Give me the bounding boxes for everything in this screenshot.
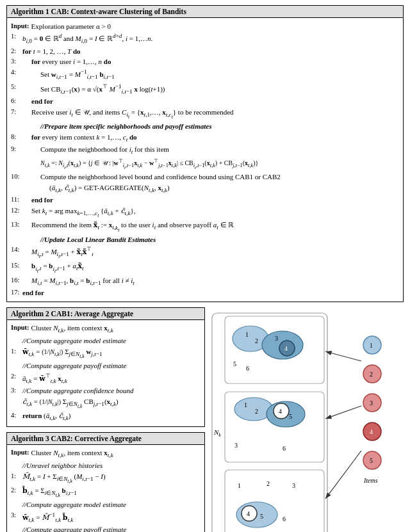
svg-text:1: 1 — [238, 482, 241, 489]
algo1-line10-content: Compute the neighborhood level bound and… — [22, 172, 399, 182]
algo1-line6-content: end for — [22, 97, 399, 106]
algo2-c2-text: //Compute aggregate payoff estimate — [22, 361, 201, 371]
algo3-line1: 1: M̄t,k = I + Σi∈Nt,k (Mi,t−1 − I) — [11, 472, 201, 485]
algo3-c1-text: //Unravel neighbor histories — [22, 461, 201, 471]
svg-text:3: 3 — [275, 335, 278, 342]
algo1-body: Input: Exploration parameter α > 0 1: bi… — [7, 18, 403, 302]
algo1-line17-num: 17: — [11, 288, 22, 298]
algo1-input-text: Exploration parameter α > 0 — [31, 22, 399, 31]
algo1-line12-content: Set kt = arg maxk=1,…,ct {āt,k + c̄t,k}, — [22, 206, 399, 220]
algo2-line3b: c̄t,k = (1/|Nt,k|) Σj∈Nt,k CBj,t−1(xt,k) — [11, 397, 201, 410]
algo3-line3: 3: w̄t,k = M̄−1t,k b̄t,k — [11, 511, 201, 524]
algorithm-3-box: Algorithm 3 CAB2: Corrective Aggregate I… — [6, 432, 205, 532]
svg-text:5: 5 — [370, 457, 373, 464]
svg-text:2: 2 — [255, 337, 258, 344]
algo1-comment1-text: //Prepare item specific neighborhoods an… — [22, 122, 399, 131]
algo2-c1-text: //Compute aggregate model estimate — [22, 336, 201, 346]
algo2-input-text: Cluster Nt,k, item context xt,k — [31, 323, 201, 335]
algo1-line9b-content: Nt,k =: Nit,t(xt,k) = {j ∈ 𝒰 : |w⊤it,t−1… — [22, 157, 399, 172]
neighborhood-diagram: Nk 1 2 3 4 5 6 1 — [209, 310, 404, 532]
svg-text:2: 2 — [370, 371, 373, 378]
algo2-l3-text: //Compute aggregate confidence bound — [22, 386, 201, 396]
algo3-body: Input: Cluster Nt,k, item context xt,k /… — [7, 445, 204, 532]
svg-rect-22 — [225, 470, 324, 532]
diagram-right: Nk 1 2 3 4 5 6 1 — [209, 307, 404, 532]
algo3-input: Input: Cluster Nt,k, item context xt,k — [11, 448, 201, 460]
algo1-header: Algorithm 1 CAB: Context-aware Clusterin… — [7, 6, 403, 18]
svg-text:4: 4 — [284, 345, 288, 352]
algo1-line10b: (āt,k, c̄t,k) = GET-AGGREGATE(Nt,k, xt,k… — [11, 183, 399, 195]
algo1-line10: 10: Compute the neighborhood level bound… — [11, 172, 399, 182]
algo1-line3-num: 3: — [11, 57, 22, 67]
svg-text:4: 4 — [247, 510, 250, 517]
page: Algorithm 1 CAB: Context-aware Clusterin… — [0, 0, 410, 532]
algo1-line7: 7: Receive user it ∈ 𝒰, and items Cit = … — [11, 108, 399, 121]
svg-text:3: 3 — [292, 482, 295, 489]
algo1-line6-num: 6: — [11, 97, 22, 106]
algo1-line17: 17: end for — [11, 288, 399, 298]
algo1-line16-num: 16: — [11, 276, 22, 286]
algo1-line3: 3: for every user i = 1,…, n do — [11, 57, 399, 67]
algo1-line2-num: 2: — [11, 47, 22, 56]
svg-text:5: 5 — [233, 360, 236, 367]
algo2-l1-num: 1: — [11, 347, 22, 357]
algo3-c2-text: //Compute aggregate model estimate — [22, 500, 201, 510]
algo3-header: Algorithm 3 CAB2: Corrective Aggregate — [7, 433, 204, 445]
algo2-l4-text: return (āt,k, c̄t,k) — [22, 411, 201, 423]
algo1-line5-content: Set CBi,t−1(x) = α √(x⊤ M−1i,t−1 x log(t… — [22, 83, 399, 96]
algo2-line3: 3: //Compute aggregate confidence bound — [11, 386, 201, 396]
algo2-l3b-text: c̄t,k = (1/|Nt,k|) Σj∈Nt,k CBj,t−1(xt,k) — [22, 397, 201, 410]
items-label: Items — [363, 477, 378, 484]
algo1-line9: 9: Compute the neighborhood for it for t… — [11, 145, 399, 156]
algo2-l2-text: āt,k = w̄⊤t,k xt,k — [22, 372, 201, 385]
algo1-line4-content: Set wi,t−1 = M−1i,t−1 bi,t−1 — [22, 68, 399, 81]
algo1-line11-content: end for — [22, 195, 399, 205]
algo1-line7-content: Receive user it ∈ 𝒰, and items Cit = {xt… — [22, 108, 399, 121]
algo1-line5: 5: Set CBi,t−1(x) = α √(x⊤ M−1i,t−1 x lo… — [11, 83, 399, 96]
algo1-line11-num: 11: — [11, 195, 22, 205]
algo1-comment2-text: //Update Local Linear Bandit Estimates — [22, 235, 399, 245]
algo3-comment3: //Compute aggregate payoff estimate — [11, 525, 201, 532]
algo1-line13-content: Recommend the item x̃t := xt,kt to the u… — [22, 220, 399, 234]
algo2-line1: 1: w̄t,k = (1/|Nt,k|) Σj∈Nt,k wj,t−1 — [11, 347, 201, 360]
algo1-line6: 6: end for — [11, 97, 399, 106]
algo3-input-label: Input: — [11, 448, 31, 458]
svg-line-41 — [325, 351, 361, 361]
algo1-line7-num: 7: — [11, 108, 22, 117]
algo1-line1-content: bi,0 = 0 ∈ ℝd and Mi,0 = I ∈ ℝd×d, i = 1… — [22, 32, 399, 45]
algo1-line2: 2: for t = 1, 2, …, T do — [11, 47, 399, 56]
algo1-line12: 12: Set kt = arg maxk=1,…,ct {āt,k + c̄t… — [11, 206, 399, 220]
algo1-line1: 1: bi,0 = 0 ∈ ℝd and Mi,0 = I ∈ ℝd×d, i … — [11, 32, 399, 45]
algo3-l3-num: 3: — [11, 511, 22, 520]
algo3-l2-text: b̄t,k = Σi∈Nt,k bi,t−1 — [22, 486, 201, 499]
algo3-c3-text: //Compute aggregate payoff estimate — [22, 525, 201, 532]
algo1-line9-content: Compute the neighborhood for it for this… — [22, 145, 399, 156]
algo3-comment1: //Unravel neighbor histories — [11, 461, 201, 471]
algo2-comment2: //Compute aggregate payoff estimate — [11, 361, 201, 371]
svg-text:1: 1 — [370, 342, 373, 349]
svg-text:6: 6 — [246, 365, 249, 372]
svg-text:5: 5 — [289, 413, 292, 420]
algo2-input: Input: Cluster Nt,k, item context xt,k — [11, 323, 201, 335]
algo3-l3-text: w̄t,k = M̄−1t,k b̄t,k — [22, 511, 201, 524]
algo1-line13: 13: Recommend the item x̃t := xt,kt to t… — [11, 220, 399, 234]
svg-text:5: 5 — [260, 513, 263, 520]
algo1-line10-num: 10: — [11, 172, 22, 182]
algo1-line4: 4: Set wi,t−1 = M−1i,t−1 bi,t−1 — [11, 68, 399, 81]
algo1-line15-num: 15: — [11, 261, 22, 271]
algo2-input-label: Input: — [11, 323, 31, 333]
svg-text:1: 1 — [245, 331, 249, 338]
svg-text:6: 6 — [283, 515, 286, 522]
algo2-l4-num: 4: — [11, 411, 22, 421]
algo1-line8-num: 8: — [11, 133, 22, 142]
algo1-line16: 16: Mi,t = Mi,t−1, bi,t = bi,t−1 for all… — [11, 276, 399, 287]
svg-text:6: 6 — [283, 445, 286, 452]
algo1-line2-content: for t = 1, 2, …, T do — [22, 47, 399, 56]
algo1-line17-content: end for — [22, 288, 399, 298]
algorithm-2-box: Algorithm 2 CAB1: Average Aggregate Inpu… — [6, 307, 205, 427]
algo1-line3-content: for every user i = 1,…, n do — [22, 57, 399, 67]
algo3-l1-text: M̄t,k = I + Σi∈Nt,k (Mi,t−1 − I) — [22, 472, 201, 485]
algo1-line12-num: 12: — [11, 206, 22, 216]
svg-text:2: 2 — [255, 408, 258, 415]
svg-text:Nk: Nk — [213, 428, 221, 438]
